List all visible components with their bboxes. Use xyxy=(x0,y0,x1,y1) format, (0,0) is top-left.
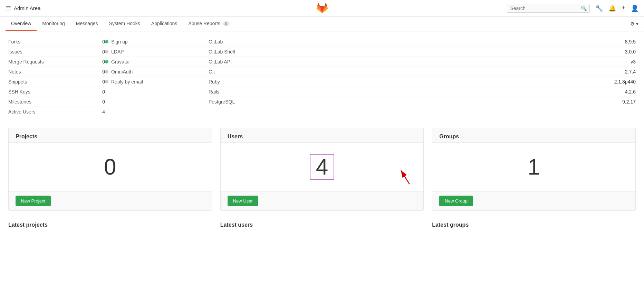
version-row: GitLab8.9.5 xyxy=(209,37,636,47)
stats-label: Milestones xyxy=(8,99,31,105)
stats-row: Notes0 xyxy=(8,67,105,77)
feature-name: OmniAuth xyxy=(111,69,133,75)
version-value: 9.2.17 xyxy=(622,99,636,105)
tabbar: Overview Monitoring Messages System Hook… xyxy=(0,17,644,31)
stats-label: Snippets xyxy=(8,79,27,85)
stats-label: Notes xyxy=(8,69,21,75)
tab-applications[interactable]: Applications xyxy=(146,17,183,31)
card-groups: Groups 1 New Group xyxy=(432,128,636,211)
version-value: 2.7.4 xyxy=(625,69,636,75)
info-section: Forks0Issues0Merge Requests0Notes0Snippe… xyxy=(8,37,636,117)
stats-value: 0 xyxy=(102,99,105,105)
plus-icon[interactable]: + xyxy=(622,4,625,12)
latest-groups: Latest groups xyxy=(432,219,636,231)
latest-users: Latest users xyxy=(220,219,424,231)
version-label: Git xyxy=(209,69,215,75)
version-label: GitLab API xyxy=(209,59,232,65)
tab-monitoring[interactable]: Monitoring xyxy=(37,17,70,31)
arrow-annotation xyxy=(385,160,413,188)
version-label: GitLab xyxy=(209,39,223,45)
version-value: 2.1.8p440 xyxy=(614,79,636,85)
abuse-reports-badge: 0 xyxy=(223,21,229,26)
stats-label: SSH Keys xyxy=(8,89,30,95)
hamburger-icon[interactable]: ☰ xyxy=(6,4,11,12)
stats-label: Issues xyxy=(8,49,22,55)
stats-value: 0 xyxy=(102,79,105,85)
version-row: Git2.7.4 xyxy=(209,67,636,77)
count-number: 1 xyxy=(528,154,540,180)
version-value: v3 xyxy=(631,59,636,65)
groups-new-button[interactable]: New Group xyxy=(439,196,473,206)
wrench-icon[interactable]: 🔧 xyxy=(595,4,603,12)
search-input[interactable] xyxy=(510,6,579,11)
version-label: PostgreSQL xyxy=(209,99,235,105)
svg-line-1 xyxy=(401,170,410,184)
feature-status-dot xyxy=(105,60,108,63)
tab-overview[interactable]: Overview xyxy=(6,17,37,31)
gitlab-logo-icon xyxy=(316,1,328,14)
navbar-left: ☰ Admin Area xyxy=(6,4,41,12)
stats-value: 0 xyxy=(102,69,105,75)
feature-status-dot xyxy=(105,40,108,43)
main-content: Forks0Issues0Merge Requests0Notes0Snippe… xyxy=(0,31,644,236)
stats-label: Merge Requests xyxy=(8,59,44,65)
search-box[interactable]: 🔍 xyxy=(507,4,590,13)
version-row: Ruby2.1.8p440 xyxy=(209,77,636,87)
card-footer: New Project xyxy=(9,191,212,210)
card-header: Projects xyxy=(9,128,212,143)
version-row: PostgreSQL9.2.17 xyxy=(209,97,636,107)
users-new-button[interactable]: New User xyxy=(228,196,258,206)
tab-system-hooks[interactable]: System Hooks xyxy=(104,17,146,31)
version-value: 8.9.5 xyxy=(625,39,636,45)
navbar-right: 🔍 🔧 🔔 + 👤 xyxy=(507,4,638,13)
stats-row: SSH Keys0 xyxy=(8,87,105,97)
stats-row: Snippets0 xyxy=(8,77,105,87)
feature-row: Sign up xyxy=(105,37,209,47)
stats-row: Active Users4 xyxy=(8,107,105,117)
stats-label: Forks xyxy=(8,39,20,45)
stats-row: Merge Requests0 xyxy=(8,57,105,67)
stats-column: Forks0Issues0Merge Requests0Notes0Snippe… xyxy=(8,37,105,117)
search-icon[interactable]: 🔍 xyxy=(581,6,587,11)
card-footer: New Group xyxy=(432,191,635,210)
feature-row: LDAP xyxy=(105,47,209,57)
user-avatar-icon[interactable]: 👤 xyxy=(631,4,638,12)
feature-name: Sign up xyxy=(111,39,127,45)
version-value: 4.2.6 xyxy=(625,89,636,95)
count-number: 0 xyxy=(104,154,116,180)
feature-status-dot xyxy=(105,80,108,83)
latest-header: Latest groups xyxy=(432,219,636,231)
version-row: GitLab Shell3.0.0 xyxy=(209,47,636,57)
stats-value: 0 xyxy=(102,49,105,55)
version-label: Rails xyxy=(209,89,219,95)
feature-name: LDAP xyxy=(111,49,124,55)
feature-name: Reply by email xyxy=(111,79,143,85)
latest-header: Latest projects xyxy=(8,219,212,231)
feature-row: Gravatar xyxy=(105,57,209,67)
tab-messages[interactable]: Messages xyxy=(70,17,104,31)
navbar: ☰ Admin Area 🔍 🔧 🔔 + 👤 xyxy=(0,0,644,17)
stats-row: Issues0 xyxy=(8,47,105,57)
features-column: Sign upLDAPGravatarOmniAuthReply by emai… xyxy=(105,37,209,117)
stats-value: 0 xyxy=(102,39,105,45)
card-users: Users 4 New User xyxy=(220,128,424,211)
count-boxed: 4 xyxy=(310,154,335,180)
stats-row: Milestones0 xyxy=(8,97,105,107)
latest-header: Latest users xyxy=(220,219,424,231)
bell-icon[interactable]: 🔔 xyxy=(608,4,616,12)
version-value: 3.0.0 xyxy=(625,49,636,55)
projects-new-button[interactable]: New Project xyxy=(16,196,51,206)
version-label: GitLab Shell xyxy=(209,49,235,55)
stats-value: 0 xyxy=(102,59,105,65)
feature-row: Reply by email xyxy=(105,77,209,87)
card-header: Groups xyxy=(432,128,635,143)
card-header: Users xyxy=(221,128,424,143)
card-footer: New User xyxy=(221,191,424,210)
stats-label: Active Users xyxy=(8,109,36,115)
tabbar-right: ⚙ ▾ xyxy=(630,21,638,27)
card-body: 0 xyxy=(9,143,212,191)
tab-abuse-reports[interactable]: Abuse Reports 0 xyxy=(183,17,235,31)
settings-button[interactable]: ⚙ ▾ xyxy=(630,21,638,27)
version-row: Rails4.2.6 xyxy=(209,87,636,97)
latest-projects: Latest projects xyxy=(8,219,212,231)
